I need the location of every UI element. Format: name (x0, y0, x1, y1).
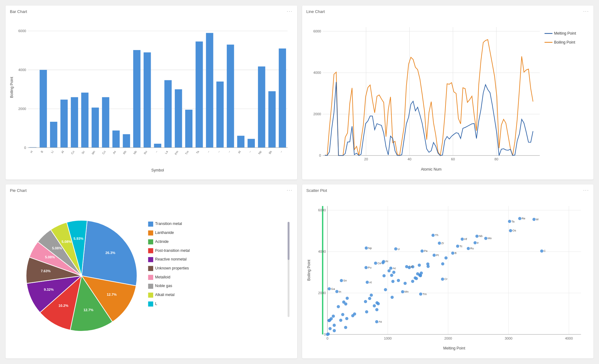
svg-rect-43 (206, 33, 213, 148)
svg-text:In: In (339, 290, 341, 293)
bar-chart-header: Bar Chart ··· (6, 6, 297, 15)
svg-rect-45 (216, 82, 224, 148)
svg-point-175 (418, 264, 421, 267)
scatter-chart-body: 020004000600001000200030004000Melting Po… (302, 194, 594, 358)
svg-point-239 (368, 297, 371, 300)
pie-chart-title: Pie Chart (10, 188, 27, 193)
svg-text:5.93%: 5.93% (74, 237, 83, 240)
scatter-chart-menu[interactable]: ··· (583, 188, 589, 193)
svg-text:B: B (454, 252, 456, 255)
svg-rect-11 (40, 70, 47, 148)
svg-rect-99 (148, 239, 153, 244)
svg-text:2000: 2000 (313, 112, 321, 116)
svg-rect-105 (148, 266, 153, 271)
svg-point-195 (353, 312, 356, 315)
svg-text:Sc: Sc (81, 150, 85, 155)
svg-text:6000: 6000 (318, 208, 326, 212)
svg-text:1000: 1000 (384, 336, 391, 340)
svg-text:Tm: Tm (422, 293, 427, 296)
svg-text:0: 0 (324, 332, 326, 336)
svg-text:6000: 6000 (18, 29, 26, 33)
svg-text:Boiling Point: Boiling Point (10, 77, 14, 98)
bar-chart-card: Bar Chart ··· 0200040006000Boiling Point… (6, 6, 297, 180)
svg-point-228 (473, 241, 476, 244)
svg-text:Hf: Hf (464, 238, 467, 241)
svg-text:Zr: Zr (441, 242, 444, 245)
svg-text:Metalloid: Metalloid (155, 275, 170, 279)
svg-text:As: As (112, 150, 116, 155)
svg-text:–: – (280, 150, 283, 153)
line-chart-body: 020004000600020406080Atomic NumMelting P… (302, 15, 594, 180)
svg-text:0: 0 (326, 336, 328, 340)
svg-text:80: 80 (494, 157, 498, 161)
svg-text:Li: Li (50, 150, 54, 154)
svg-text:2000: 2000 (444, 336, 452, 340)
svg-text:Bk: Bk (268, 150, 272, 155)
svg-text:Th: Th (435, 234, 438, 237)
svg-text:Cu: Cu (70, 150, 75, 155)
pie-chart-menu[interactable]: ··· (287, 188, 293, 193)
svg-point-189 (345, 317, 348, 320)
svg-text:Np: Np (258, 150, 262, 155)
svg-point-235 (342, 300, 345, 303)
svg-text:Boiling Point: Boiling Point (307, 260, 311, 281)
svg-rect-39 (185, 110, 192, 148)
svg-text:10.2%: 10.2% (58, 304, 68, 307)
svg-point-178 (475, 235, 478, 238)
line-chart-menu[interactable]: ··· (583, 9, 589, 14)
svg-rect-55 (268, 91, 276, 147)
svg-point-230 (432, 254, 436, 257)
svg-point-213 (418, 273, 421, 277)
svg-point-151 (328, 327, 331, 330)
svg-text:W: W (536, 218, 538, 221)
svg-text:Rb: Rb (122, 150, 127, 155)
svg-rect-41 (196, 41, 203, 147)
svg-rect-23 (102, 97, 109, 147)
svg-point-200 (374, 261, 377, 265)
svg-point-237 (344, 326, 347, 329)
svg-text:4000: 4000 (18, 68, 26, 72)
svg-point-172 (339, 319, 342, 322)
svg-text:Mo: Mo (487, 237, 491, 240)
svg-point-217 (426, 262, 429, 265)
svg-rect-33 (154, 144, 161, 148)
svg-point-158 (441, 277, 444, 281)
svg-point-176 (438, 242, 441, 245)
line-chart-title: Line Chart (306, 9, 325, 14)
svg-text:L: L (155, 302, 157, 306)
svg-rect-21 (92, 108, 99, 148)
svg-rect-53 (258, 66, 265, 148)
svg-point-157 (441, 262, 444, 265)
svg-text:U: U (398, 248, 400, 251)
bar-chart-menu[interactable]: ··· (287, 9, 293, 14)
svg-point-170 (375, 320, 378, 323)
svg-text:B: B (40, 150, 44, 153)
svg-text:7.63%: 7.63% (41, 269, 51, 273)
svg-text:12.7%: 12.7% (107, 293, 117, 296)
svg-text:Re: Re (521, 217, 525, 220)
svg-rect-103 (148, 257, 153, 262)
svg-point-142 (451, 252, 454, 255)
svg-rect-13 (50, 122, 57, 148)
svg-point-222 (532, 218, 535, 221)
svg-point-238 (327, 319, 330, 322)
svg-point-202 (382, 260, 385, 263)
svg-text:Cu: Cu (102, 150, 106, 155)
svg-text:Post-transition metal: Post-transition metal (155, 248, 190, 253)
svg-text:–: – (207, 150, 210, 153)
svg-text:Ce: Ce (377, 262, 381, 265)
svg-rect-95 (148, 222, 153, 226)
svg-text:–: – (155, 150, 158, 153)
svg-point-211 (411, 280, 414, 283)
svg-text:Boiling Point: Boiling Point (554, 40, 575, 44)
svg-rect-31 (144, 53, 151, 148)
svg-point-184 (466, 247, 470, 250)
svg-point-148 (365, 281, 369, 284)
svg-text:Noble gas: Noble gas (155, 284, 172, 288)
scatter-chart-header: Scatter Plot ··· (302, 184, 594, 194)
svg-rect-47 (227, 44, 234, 147)
svg-text:C: C (543, 249, 546, 252)
svg-rect-101 (148, 248, 153, 253)
svg-point-252 (397, 279, 400, 282)
svg-text:9.32%: 9.32% (44, 288, 54, 291)
